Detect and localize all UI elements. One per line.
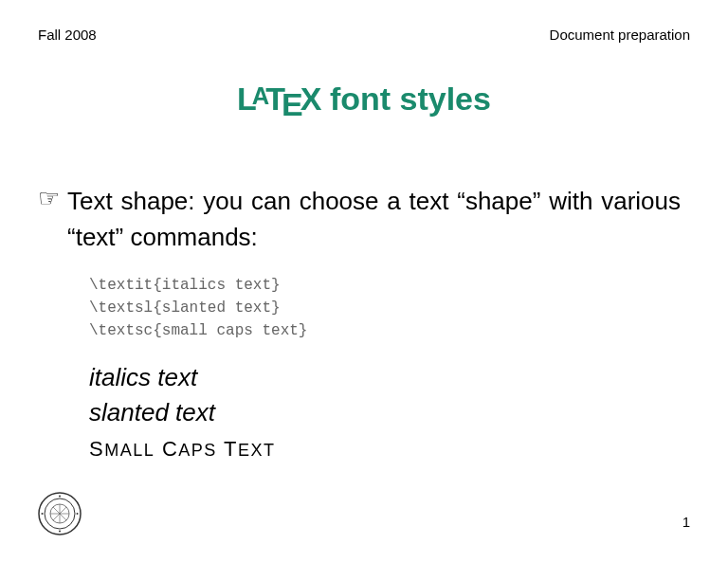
intro-text: Text shape: you can choose a text “shape… [67, 184, 681, 255]
svg-point-8 [59, 531, 61, 533]
content: ☞ Text shape: you can choose a text “sha… [38, 184, 690, 462]
page-number: 1 [682, 514, 690, 530]
bullet-item: ☞ Text shape: you can choose a text “sha… [38, 184, 681, 255]
svg-point-9 [42, 513, 44, 515]
svg-point-7 [59, 496, 61, 498]
sample-smallcaps: SMALL CAPS TEXT [89, 437, 681, 462]
code-block: \textit{italics text} \textsl{slanted te… [89, 274, 681, 342]
sample-slanted: slanted text [89, 398, 681, 427]
latex-logo: LATEX [237, 81, 320, 117]
header-left: Fall 2008 [38, 27, 97, 43]
title-rest: font styles [320, 81, 490, 117]
svg-point-10 [77, 513, 79, 515]
code-line: \textsl{slanted text} [89, 297, 681, 319]
slide-page: Fall 2008 Document preparation LATEX fon… [0, 0, 728, 562]
code-line: \textsc{small caps text} [89, 319, 681, 342]
university-seal-icon [38, 492, 82, 535]
sample-italic: italics text [89, 363, 681, 392]
code-line: \textit{italics text} [89, 274, 681, 297]
slide-title: LATEX font styles [38, 81, 690, 118]
header: Fall 2008 Document preparation [38, 27, 690, 43]
header-right: Document preparation [550, 27, 690, 43]
pointing-hand-icon: ☞ [38, 184, 60, 213]
